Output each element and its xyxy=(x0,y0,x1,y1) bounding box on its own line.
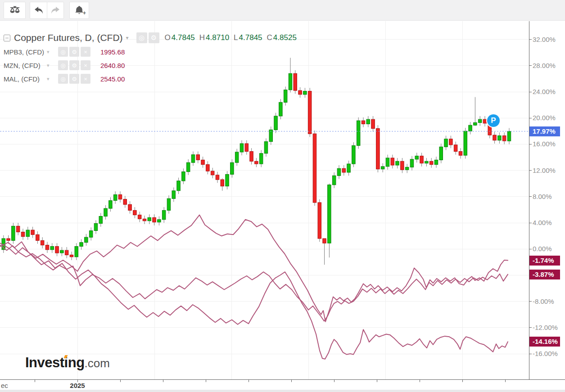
y-axis-label: -12.00% xyxy=(533,324,558,331)
series-price-badge: -3.87% xyxy=(529,270,560,279)
redo-button[interactable] xyxy=(47,2,64,19)
chevron-down-icon[interactable]: ▾ xyxy=(47,76,57,82)
main-symbol-row: Copper Futures, D, (CFD) ▾ ◎ ⚙ O4.7845H4… xyxy=(4,31,301,45)
chart-page: { "toolbar": { "buttons": [ { "icon": "c… xyxy=(0,0,565,392)
open-label: O xyxy=(165,33,171,42)
open-value: 4.7845 xyxy=(172,33,195,42)
series-settings-icon[interactable]: ⚙ xyxy=(69,47,79,57)
series-symbol[interactable]: MAL, (CFD) xyxy=(4,75,47,83)
remove-series-icon[interactable]: × xyxy=(81,60,90,70)
collapse-legend-icon[interactable] xyxy=(4,35,10,41)
undo-icon xyxy=(33,5,44,15)
overlay-series-row: MPB3, (CFD) ▾ ◎ ⚙ × 1995.68 xyxy=(4,45,301,59)
low-label: L xyxy=(234,33,238,42)
chevron-down-icon[interactable]: ▾ xyxy=(47,63,57,68)
close-value: 4.8525 xyxy=(273,33,297,42)
series-symbol[interactable]: MZN, (CFD) xyxy=(4,62,47,69)
y-axis-label: 0.00% xyxy=(533,245,552,252)
y-axis-label: 16.00% xyxy=(533,140,556,148)
x-axis-label: ec xyxy=(1,382,8,389)
top-toolbar: + xyxy=(0,0,565,21)
chart-legend: Copper Futures, D, (CFD) ▾ ◎ ⚙ O4.7845H4… xyxy=(4,31,301,86)
symbol-title[interactable]: Copper Futures, D, (CFD) xyxy=(14,32,123,43)
low-value: 4.7845 xyxy=(239,33,262,42)
idea-marker[interactable]: P xyxy=(487,114,500,127)
hide-series-icon[interactable]: ◎ xyxy=(58,60,68,70)
y-axis-label: 24.00% xyxy=(533,88,556,95)
symbol-settings-icon[interactable]: ⚙ xyxy=(149,32,159,43)
y-axis-label: 32.00% xyxy=(533,36,556,43)
high-label: H xyxy=(199,33,205,42)
comparison-lines xyxy=(0,215,508,359)
y-axis-label: -8.00% xyxy=(533,297,554,305)
chevron-down-icon[interactable]: ▾ xyxy=(126,35,129,41)
series-value: 2640.80 xyxy=(100,62,125,69)
hide-series-icon[interactable]: ◎ xyxy=(58,74,68,84)
idea-marker-label: P xyxy=(491,116,496,125)
series-settings-icon[interactable]: ⚙ xyxy=(69,60,79,70)
hide-series-icon[interactable]: ◎ xyxy=(58,47,68,57)
redo-icon xyxy=(50,5,61,15)
y-axis-label: 4.00% xyxy=(533,219,552,226)
x-axis-year-label: 2025 xyxy=(70,382,85,389)
series-price-badge: -1.74% xyxy=(529,256,560,266)
bottom-scroll-strip[interactable] xyxy=(0,390,565,392)
y-axis-label: 20.00% xyxy=(533,114,556,122)
y-axis-label: 12.00% xyxy=(533,167,556,174)
high-value: 4.8710 xyxy=(206,33,229,42)
remove-series-icon[interactable]: × xyxy=(81,74,90,84)
chevron-down-icon[interactable]: ▾ xyxy=(47,49,57,55)
logo-text: Investing xyxy=(25,355,85,370)
series-settings-icon[interactable]: ⚙ xyxy=(69,74,79,84)
y-axis-label: -16.00% xyxy=(533,350,558,357)
last-price-badge: 17.97% xyxy=(529,126,560,136)
compare-button[interactable] xyxy=(4,2,26,19)
plus-icon: + xyxy=(83,10,86,16)
ohlc-values: O4.7845H4.8710L4.7845C4.8525 xyxy=(165,33,301,42)
series-price-badge: -14.16% xyxy=(529,337,560,347)
series-symbol[interactable]: MPB3, (CFD) xyxy=(4,48,47,56)
y-axis-label: 8.00% xyxy=(533,193,552,200)
add-alert-button[interactable]: + xyxy=(69,2,89,19)
hide-symbol-icon[interactable]: ◎ xyxy=(136,32,147,43)
investing-logo[interactable]: Investing.com xyxy=(25,355,110,371)
compare-scales-icon xyxy=(9,5,21,16)
series-value: 1995.68 xyxy=(100,48,125,56)
remove-series-icon[interactable]: × xyxy=(81,47,90,57)
y-axis-label: 28.00% xyxy=(533,62,556,69)
series-value: 2545.00 xyxy=(100,75,125,83)
close-label: C xyxy=(267,33,272,42)
logo-suffix: .com xyxy=(85,356,110,370)
overlay-series-row: MZN, (CFD) ▾ ◎ ⚙ × 2640.80 xyxy=(4,59,301,72)
candlestick-series xyxy=(2,58,511,265)
undo-button[interactable] xyxy=(30,2,47,19)
overlay-series-row: MAL, (CFD) ▾ ◎ ⚙ × 2545.00 xyxy=(4,72,301,86)
